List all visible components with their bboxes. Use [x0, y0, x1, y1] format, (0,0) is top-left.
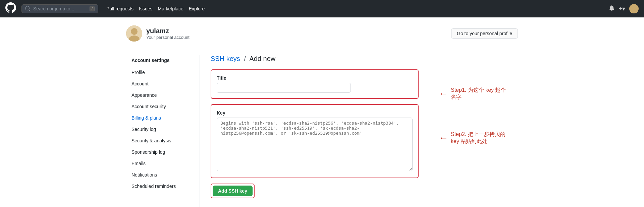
search-icon: [25, 6, 31, 11]
step1-annotation: ← Step1. 为这个 key 起个名字: [439, 87, 507, 101]
key-textarea[interactable]: [217, 118, 413, 171]
svg-point-3: [131, 28, 138, 35]
sidebar-item-appearance[interactable]: Appearance: [126, 90, 200, 100]
user-header: yulamz Your personal account Go to your …: [126, 25, 518, 47]
sidebar-item-scheduled-reminders[interactable]: Scheduled reminders: [126, 181, 200, 192]
notifications-icon[interactable]: [609, 5, 614, 12]
step2-annotation: ← Step2. 把上一步拷贝的 key 粘贴到此处: [439, 131, 507, 145]
nav-issues[interactable]: Issues: [139, 6, 152, 11]
sidebar-item-account-security[interactable]: Account security: [126, 101, 200, 112]
step1-text: Step1. 为这个 key 起个名字: [451, 87, 507, 101]
page-container: yulamz Your personal account Go to your …: [121, 17, 523, 207]
sidebar: Account settings Profile Account Appeara…: [126, 55, 200, 207]
form-column: Title Key Add SSH key: [211, 69, 425, 207]
sidebar-item-sponsorship-log[interactable]: Sponsorship log: [126, 147, 200, 157]
sidebar-item-account-settings[interactable]: Account settings: [126, 55, 200, 66]
sidebar-item-account[interactable]: Account: [126, 78, 200, 89]
avatar: [126, 25, 142, 42]
step1-arrow-icon: ←: [439, 88, 448, 99]
add-btn-wrapper: Add SSH key: [211, 184, 255, 198]
plus-icon[interactable]: +▾: [619, 5, 625, 12]
svg-point-1: [631, 10, 637, 14]
steps-area: Title Key Add SSH key: [211, 69, 507, 207]
sidebar-item-security-analysis[interactable]: Security & analysis: [126, 135, 200, 146]
key-label: Key: [217, 110, 413, 116]
top-navigation: / Pull requests Issues Marketplace Explo…: [0, 0, 644, 17]
username: yulamz: [146, 27, 190, 35]
title-section: Title: [211, 69, 419, 99]
step2-text: Step2. 把上一步拷贝的 key 粘贴到此处: [451, 131, 507, 145]
breadcrumb: SSH keys / Add new: [211, 55, 507, 63]
svg-point-0: [632, 6, 636, 9]
sidebar-item-security-log[interactable]: Security log: [126, 124, 200, 135]
nav-explore[interactable]: Explore: [189, 6, 205, 11]
title-input[interactable]: [217, 83, 351, 93]
sidebar-item-emails[interactable]: Emails: [126, 158, 200, 169]
content-layout: Account settings Profile Account Appeara…: [126, 55, 518, 207]
go-to-profile-button[interactable]: Go to your personal profile: [451, 28, 518, 39]
search-input[interactable]: [33, 6, 87, 11]
nav-links: Pull requests Issues Marketplace Explore: [106, 6, 205, 11]
key-section: Key: [211, 104, 419, 178]
main-content: SSH keys / Add new Title Key: [200, 55, 518, 207]
nav-pull-requests[interactable]: Pull requests: [106, 6, 133, 11]
user-info: yulamz Your personal account: [126, 25, 190, 42]
breadcrumb-ssh-keys-link[interactable]: SSH keys: [211, 55, 240, 62]
search-box[interactable]: /: [21, 4, 98, 13]
nav-right: +▾: [609, 4, 639, 13]
search-kbd: /: [90, 6, 95, 11]
sidebar-item-notifications[interactable]: Notifications: [126, 169, 200, 180]
step2-arrow-icon: ←: [439, 133, 448, 143]
user-subtitle: Your personal account: [146, 35, 190, 40]
annotations-column: ← Step1. 为这个 key 起个名字 ← Step2. 把上一步拷贝的 k…: [425, 69, 507, 207]
breadcrumb-current: Add new: [249, 55, 275, 62]
github-logo-icon[interactable]: [5, 2, 16, 15]
breadcrumb-separator: /: [244, 55, 246, 62]
add-ssh-key-button[interactable]: Add SSH key: [213, 186, 253, 196]
user-avatar-menu[interactable]: [629, 4, 639, 13]
title-label: Title: [217, 75, 413, 81]
sidebar-item-billing[interactable]: Billing & plans: [126, 113, 200, 123]
nav-marketplace[interactable]: Marketplace: [158, 6, 183, 11]
sidebar-item-profile[interactable]: Profile: [126, 67, 200, 78]
user-details: yulamz Your personal account: [146, 27, 190, 40]
